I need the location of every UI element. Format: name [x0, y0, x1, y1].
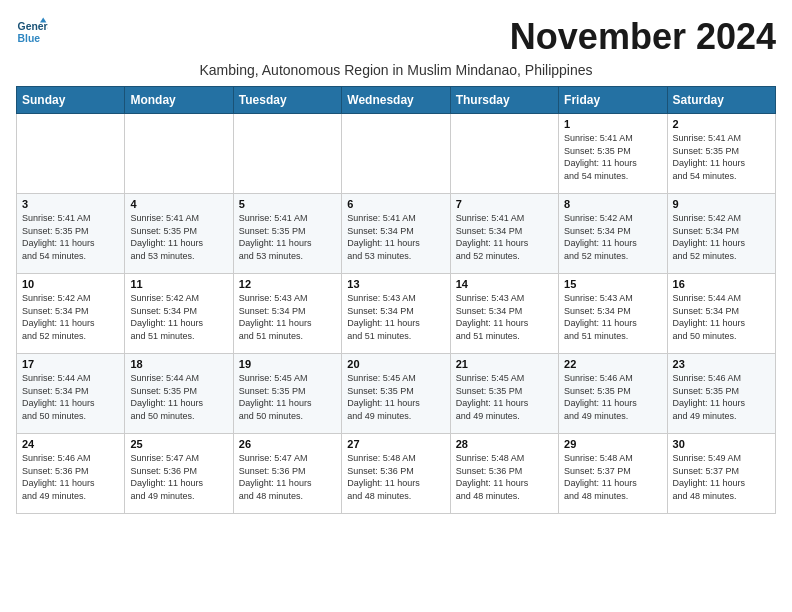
day-number: 23: [673, 358, 770, 370]
day-info: Sunrise: 5:41 AM Sunset: 5:35 PM Dayligh…: [673, 132, 770, 182]
day-info: Sunrise: 5:46 AM Sunset: 5:35 PM Dayligh…: [673, 372, 770, 422]
logo: General Blue: [16, 16, 48, 48]
calendar-cell: 2Sunrise: 5:41 AM Sunset: 5:35 PM Daylig…: [667, 114, 775, 194]
day-info: Sunrise: 5:41 AM Sunset: 5:35 PM Dayligh…: [22, 212, 119, 262]
day-info: Sunrise: 5:46 AM Sunset: 5:35 PM Dayligh…: [564, 372, 661, 422]
day-info: Sunrise: 5:41 AM Sunset: 5:34 PM Dayligh…: [347, 212, 444, 262]
day-number: 6: [347, 198, 444, 210]
calendar-cell: 24Sunrise: 5:46 AM Sunset: 5:36 PM Dayli…: [17, 434, 125, 514]
header-saturday: Saturday: [667, 87, 775, 114]
calendar-cell: 23Sunrise: 5:46 AM Sunset: 5:35 PM Dayli…: [667, 354, 775, 434]
calendar-cell: 14Sunrise: 5:43 AM Sunset: 5:34 PM Dayli…: [450, 274, 558, 354]
day-number: 14: [456, 278, 553, 290]
header-tuesday: Tuesday: [233, 87, 341, 114]
calendar-cell: 21Sunrise: 5:45 AM Sunset: 5:35 PM Dayli…: [450, 354, 558, 434]
calendar-cell: [342, 114, 450, 194]
day-info: Sunrise: 5:49 AM Sunset: 5:37 PM Dayligh…: [673, 452, 770, 502]
calendar-cell: 1Sunrise: 5:41 AM Sunset: 5:35 PM Daylig…: [559, 114, 667, 194]
day-info: Sunrise: 5:45 AM Sunset: 5:35 PM Dayligh…: [456, 372, 553, 422]
day-number: 7: [456, 198, 553, 210]
logo-icon: General Blue: [16, 16, 48, 48]
day-number: 30: [673, 438, 770, 450]
day-info: Sunrise: 5:43 AM Sunset: 5:34 PM Dayligh…: [564, 292, 661, 342]
day-info: Sunrise: 5:41 AM Sunset: 5:34 PM Dayligh…: [456, 212, 553, 262]
day-info: Sunrise: 5:44 AM Sunset: 5:34 PM Dayligh…: [22, 372, 119, 422]
day-number: 24: [22, 438, 119, 450]
header-monday: Monday: [125, 87, 233, 114]
week-row-3: 10Sunrise: 5:42 AM Sunset: 5:34 PM Dayli…: [17, 274, 776, 354]
calendar-cell: 3Sunrise: 5:41 AM Sunset: 5:35 PM Daylig…: [17, 194, 125, 274]
calendar-cell: 9Sunrise: 5:42 AM Sunset: 5:34 PM Daylig…: [667, 194, 775, 274]
header-wednesday: Wednesday: [342, 87, 450, 114]
day-info: Sunrise: 5:46 AM Sunset: 5:36 PM Dayligh…: [22, 452, 119, 502]
day-number: 25: [130, 438, 227, 450]
calendar-cell: 7Sunrise: 5:41 AM Sunset: 5:34 PM Daylig…: [450, 194, 558, 274]
day-number: 17: [22, 358, 119, 370]
header-friday: Friday: [559, 87, 667, 114]
calendar-cell: 6Sunrise: 5:41 AM Sunset: 5:34 PM Daylig…: [342, 194, 450, 274]
calendar-cell: 25Sunrise: 5:47 AM Sunset: 5:36 PM Dayli…: [125, 434, 233, 514]
calendar-cell: 30Sunrise: 5:49 AM Sunset: 5:37 PM Dayli…: [667, 434, 775, 514]
day-info: Sunrise: 5:43 AM Sunset: 5:34 PM Dayligh…: [456, 292, 553, 342]
day-info: Sunrise: 5:48 AM Sunset: 5:37 PM Dayligh…: [564, 452, 661, 502]
svg-marker-2: [40, 18, 46, 23]
svg-text:General: General: [18, 21, 48, 32]
calendar-subtitle: Kambing, Autonomous Region in Muslim Min…: [16, 62, 776, 78]
calendar-cell: 12Sunrise: 5:43 AM Sunset: 5:34 PM Dayli…: [233, 274, 341, 354]
calendar-cell: 15Sunrise: 5:43 AM Sunset: 5:34 PM Dayli…: [559, 274, 667, 354]
day-info: Sunrise: 5:41 AM Sunset: 5:35 PM Dayligh…: [130, 212, 227, 262]
day-number: 9: [673, 198, 770, 210]
day-info: Sunrise: 5:42 AM Sunset: 5:34 PM Dayligh…: [130, 292, 227, 342]
day-number: 20: [347, 358, 444, 370]
day-number: 2: [673, 118, 770, 130]
day-number: 22: [564, 358, 661, 370]
day-info: Sunrise: 5:41 AM Sunset: 5:35 PM Dayligh…: [239, 212, 336, 262]
day-info: Sunrise: 5:42 AM Sunset: 5:34 PM Dayligh…: [22, 292, 119, 342]
day-number: 11: [130, 278, 227, 290]
day-number: 28: [456, 438, 553, 450]
calendar-cell: 16Sunrise: 5:44 AM Sunset: 5:34 PM Dayli…: [667, 274, 775, 354]
day-number: 15: [564, 278, 661, 290]
calendar-cell: 8Sunrise: 5:42 AM Sunset: 5:34 PM Daylig…: [559, 194, 667, 274]
calendar-table: Sunday Monday Tuesday Wednesday Thursday…: [16, 86, 776, 514]
calendar-cell: 27Sunrise: 5:48 AM Sunset: 5:36 PM Dayli…: [342, 434, 450, 514]
day-number: 26: [239, 438, 336, 450]
day-number: 16: [673, 278, 770, 290]
calendar-cell: 13Sunrise: 5:43 AM Sunset: 5:34 PM Dayli…: [342, 274, 450, 354]
day-info: Sunrise: 5:45 AM Sunset: 5:35 PM Dayligh…: [239, 372, 336, 422]
day-info: Sunrise: 5:44 AM Sunset: 5:34 PM Dayligh…: [673, 292, 770, 342]
calendar-cell: 5Sunrise: 5:41 AM Sunset: 5:35 PM Daylig…: [233, 194, 341, 274]
calendar-cell: 17Sunrise: 5:44 AM Sunset: 5:34 PM Dayli…: [17, 354, 125, 434]
calendar-cell: [125, 114, 233, 194]
day-info: Sunrise: 5:47 AM Sunset: 5:36 PM Dayligh…: [239, 452, 336, 502]
day-number: 29: [564, 438, 661, 450]
weekday-header-row: Sunday Monday Tuesday Wednesday Thursday…: [17, 87, 776, 114]
calendar-cell: 18Sunrise: 5:44 AM Sunset: 5:35 PM Dayli…: [125, 354, 233, 434]
day-info: Sunrise: 5:42 AM Sunset: 5:34 PM Dayligh…: [564, 212, 661, 262]
calendar-cell: 29Sunrise: 5:48 AM Sunset: 5:37 PM Dayli…: [559, 434, 667, 514]
calendar-cell: 28Sunrise: 5:48 AM Sunset: 5:36 PM Dayli…: [450, 434, 558, 514]
calendar-cell: [450, 114, 558, 194]
calendar-cell: 10Sunrise: 5:42 AM Sunset: 5:34 PM Dayli…: [17, 274, 125, 354]
calendar-cell: 11Sunrise: 5:42 AM Sunset: 5:34 PM Dayli…: [125, 274, 233, 354]
day-info: Sunrise: 5:43 AM Sunset: 5:34 PM Dayligh…: [239, 292, 336, 342]
day-number: 5: [239, 198, 336, 210]
day-number: 12: [239, 278, 336, 290]
day-number: 21: [456, 358, 553, 370]
day-info: Sunrise: 5:45 AM Sunset: 5:35 PM Dayligh…: [347, 372, 444, 422]
header-sunday: Sunday: [17, 87, 125, 114]
calendar-cell: [17, 114, 125, 194]
week-row-1: 1Sunrise: 5:41 AM Sunset: 5:35 PM Daylig…: [17, 114, 776, 194]
calendar-cell: 26Sunrise: 5:47 AM Sunset: 5:36 PM Dayli…: [233, 434, 341, 514]
day-number: 18: [130, 358, 227, 370]
header-thursday: Thursday: [450, 87, 558, 114]
day-info: Sunrise: 5:42 AM Sunset: 5:34 PM Dayligh…: [673, 212, 770, 262]
day-info: Sunrise: 5:43 AM Sunset: 5:34 PM Dayligh…: [347, 292, 444, 342]
day-info: Sunrise: 5:48 AM Sunset: 5:36 PM Dayligh…: [456, 452, 553, 502]
day-number: 1: [564, 118, 661, 130]
calendar-cell: [233, 114, 341, 194]
day-info: Sunrise: 5:47 AM Sunset: 5:36 PM Dayligh…: [130, 452, 227, 502]
day-info: Sunrise: 5:48 AM Sunset: 5:36 PM Dayligh…: [347, 452, 444, 502]
calendar-cell: 22Sunrise: 5:46 AM Sunset: 5:35 PM Dayli…: [559, 354, 667, 434]
day-number: 10: [22, 278, 119, 290]
